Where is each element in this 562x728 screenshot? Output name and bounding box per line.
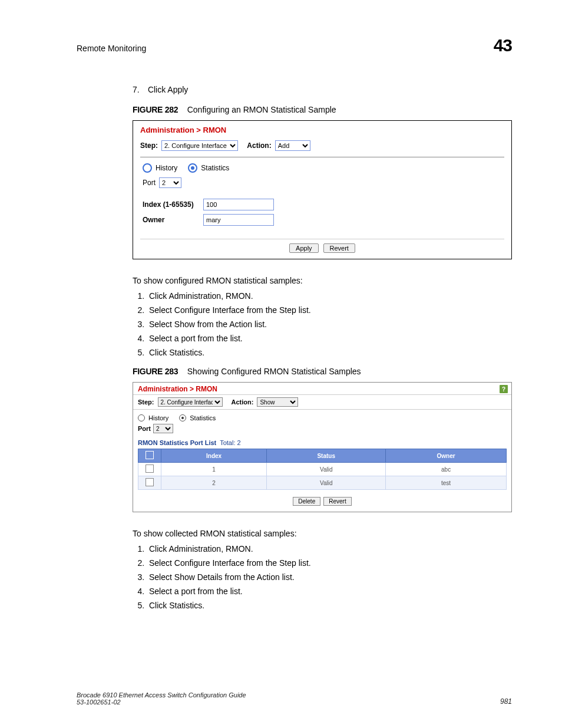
step-item: Select a port from the list. — [147, 587, 512, 596]
chapter-number: 43 — [494, 35, 512, 55]
index-label: Index (1-65535) — [143, 200, 199, 209]
delete-button[interactable]: Delete — [293, 497, 320, 506]
action-select[interactable]: Show — [257, 397, 298, 407]
revert-button[interactable]: Revert — [323, 497, 351, 506]
step-item: Select Show Details from the Action list… — [147, 572, 512, 582]
figure-caption-text: Showing Configured RMON Statistical Samp… — [187, 367, 361, 376]
revert-button[interactable]: Revert — [323, 243, 355, 253]
history-radio-label: History — [156, 164, 177, 172]
total-label: Total: — [220, 439, 235, 446]
figure-label: FIGURE 282 — [133, 105, 178, 114]
help-icon[interactable]: ? — [500, 385, 508, 393]
cell-status: Valid — [267, 476, 386, 490]
step-item: Select Show from the Action list. — [147, 319, 512, 329]
steps-list-1: Click Administration, RMON. Select Confi… — [133, 291, 512, 357]
figure-label: FIGURE 283 — [133, 367, 178, 376]
history-radio-label: History — [148, 414, 168, 421]
history-radio[interactable] — [138, 414, 145, 421]
action-label: Action: — [232, 398, 254, 406]
step-item: Select a port from the list. — [147, 334, 512, 343]
step-item: Select Configure Interface from the Step… — [147, 558, 512, 568]
figure-282-panel: Administration > RMON Step: 2. Configure… — [133, 120, 512, 259]
statistics-radio[interactable] — [179, 414, 186, 421]
steps-list-2: Click Administration, RMON. Select Confi… — [133, 544, 512, 610]
figure-283-panel: Administration > RMON ? Step: 2. Configu… — [133, 382, 512, 512]
step-item: Select Configure Interface from the Step… — [147, 305, 512, 315]
figure-caption-text: Configuring an RMON Statistical Sample — [187, 105, 336, 114]
cell-status: Valid — [267, 463, 386, 476]
paragraph: To show configured RMON statistical samp… — [133, 276, 512, 285]
statistics-radio-label: Statistics — [201, 164, 229, 172]
footer-left: Brocade 6910 Ethernet Access Switch Conf… — [77, 691, 246, 706]
step-label: Step: — [138, 398, 154, 406]
index-input[interactable] — [203, 199, 274, 210]
col-owner: Owner — [386, 449, 507, 463]
action-label: Action: — [247, 141, 271, 150]
col-index: Index — [161, 449, 267, 463]
row-checkbox[interactable] — [146, 478, 154, 486]
breadcrumb: Administration > RMON — [138, 385, 217, 393]
owner-input[interactable] — [203, 214, 274, 226]
step-item: Click Administration, RMON. — [147, 544, 512, 554]
step-item: Click Statistics. — [147, 601, 512, 610]
step-select[interactable]: 2. Configure Interface — [158, 397, 223, 407]
port-label: Port — [138, 425, 151, 432]
step-number: 7. — [133, 85, 146, 94]
select-all-header[interactable] — [138, 449, 161, 463]
total-value: 2 — [237, 439, 241, 446]
cell-index: 1 — [161, 463, 267, 476]
breadcrumb: Administration > RMON — [133, 121, 511, 138]
step-item: Click Administration, RMON. — [147, 291, 512, 301]
apply-button[interactable]: Apply — [289, 243, 319, 253]
step-item: Click Statistics. — [147, 348, 512, 357]
paragraph: To show collected RMON statistical sampl… — [133, 529, 512, 538]
row-checkbox[interactable] — [146, 465, 154, 473]
col-status: Status — [267, 449, 386, 463]
step-label: Step: — [140, 141, 158, 150]
history-radio[interactable] — [143, 163, 152, 173]
port-select[interactable]: 2 — [153, 424, 173, 433]
owner-label: Owner — [143, 216, 199, 224]
cell-index: 2 — [161, 476, 267, 490]
statistics-radio-label: Statistics — [190, 414, 216, 421]
page-number: 981 — [500, 697, 512, 706]
cell-owner: test — [386, 476, 507, 490]
footer-title: Brocade 6910 Ethernet Access Switch Conf… — [77, 691, 246, 699]
section-title: Remote Monitoring — [77, 44, 146, 53]
table-row: 2 Valid test — [138, 476, 507, 490]
table-row: 1 Valid abc — [138, 463, 507, 476]
port-select[interactable]: 2 — [159, 177, 181, 188]
step-text: Click Apply — [148, 85, 188, 94]
footer-docid: 53-1002651-02 — [77, 699, 246, 706]
list-label: RMON Statistics Port List — [138, 439, 216, 446]
action-select[interactable]: Add — [275, 140, 310, 151]
statistics-radio[interactable] — [188, 163, 197, 173]
port-label: Port — [143, 179, 156, 187]
cell-owner: abc — [386, 463, 507, 476]
statistics-table: Index Status Owner 1 Valid abc 2 Valid t… — [138, 449, 507, 490]
step-select[interactable]: 2. Configure Interface — [161, 140, 238, 151]
